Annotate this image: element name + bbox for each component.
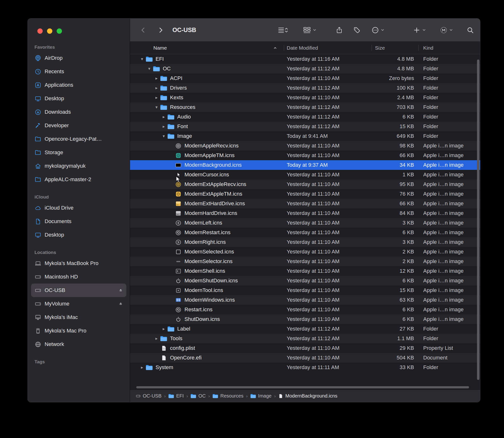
- pathbar-item-image[interactable]: Image: [250, 393, 272, 399]
- file-row[interactable]: ModernRight.icnsYesterday at 11:10 AM3 K…: [130, 237, 480, 247]
- file-date-modified: Yesterday at 11:10 AM: [284, 152, 372, 159]
- file-row[interactable]: ModernLeft.icnsYesterday at 11:10 AM3 KB…: [130, 218, 480, 228]
- file-row[interactable]: ModernWindows.icnsYesterday at 11:10 AM6…: [130, 295, 480, 305]
- minimize-button[interactable]: [47, 28, 52, 34]
- sidebar-item-airdrop[interactable]: AirDrop: [31, 51, 126, 65]
- share-button[interactable]: [336, 26, 343, 34]
- file-row[interactable]: ModernSelected.icnsYesterday at 11:10 AM…: [130, 247, 480, 257]
- pathbar-item-efi[interactable]: EFI: [168, 393, 184, 399]
- close-button[interactable]: [37, 28, 43, 34]
- new-item-button[interactable]: [413, 26, 420, 34]
- file-row[interactable]: config.plistYesterday at 11:10 AM29 KBPr…: [130, 343, 480, 353]
- pathbar-item-label: ModernBackground.icns: [285, 393, 337, 399]
- disclosure-closed-icon[interactable]: ▸: [160, 326, 167, 331]
- sidebar-item-oc-usb[interactable]: OC-USB: [31, 284, 126, 297]
- disclosure-closed-icon[interactable]: ▸: [153, 95, 160, 100]
- vertical-scrollbar-thumb[interactable]: [477, 59, 479, 380]
- sidebar-item-mykola-s-mac-pro[interactable]: Mykola’s Mac Pro: [31, 324, 126, 338]
- disclosure-open-icon[interactable]: ▾: [146, 66, 153, 71]
- horizontal-scrollbar-thumb[interactable]: [136, 386, 469, 388]
- file-row[interactable]: OpenCore.efiYesterday at 11:10 AM504 KBD…: [130, 353, 480, 362]
- sidebar-item-storage[interactable]: Storage: [31, 146, 126, 159]
- file-kind: Apple i…n image: [418, 307, 480, 313]
- file-row[interactable]: ModernTool.icnsYesterday at 11:10 AM15 K…: [130, 285, 480, 295]
- file-row[interactable]: ▸LabelYesterday at 11:12 AM27 KBFolder: [130, 324, 480, 334]
- file-row[interactable]: ▸AudioYesterday at 11:12 AM6 KBFolder: [130, 112, 480, 122]
- disclosure-closed-icon[interactable]: ▸: [153, 85, 160, 91]
- file-row[interactable]: ▸KextsYesterday at 11:10 AM2.4 MBFolder: [130, 93, 480, 102]
- file-row[interactable]: ModernAppleRecv.icnsYesterday at 11:10 A…: [130, 141, 480, 151]
- file-row[interactable]: ShutDown.icnsYesterday at 11:10 AM6 KBAp…: [130, 314, 480, 324]
- file-row[interactable]: ModernSelector.icnsYesterday at 11:10 AM…: [130, 257, 480, 266]
- pathbar-item-oc-usb[interactable]: OC-USB: [136, 393, 161, 399]
- hdrive-icon: [34, 287, 42, 294]
- sidebar-item-desktop[interactable]: Desktop: [31, 92, 126, 105]
- sidebar-item-recents[interactable]: Recents: [31, 65, 126, 78]
- file-row[interactable]: ▸FontYesterday at 11:12 AM15 KBFolder: [130, 122, 480, 131]
- file-row[interactable]: ▸ACPIYesterday at 11:10 AMZero bytesFold…: [130, 74, 480, 83]
- sidebar-item-desktop[interactable]: Desktop: [31, 228, 126, 242]
- pathbar-item-modernbackground-icns[interactable]: ModernBackground.icns: [278, 393, 337, 399]
- file-row[interactable]: ▸DriversYesterday at 11:12 AM100 KBFolde…: [130, 83, 480, 93]
- disclosure-open-icon[interactable]: ▾: [139, 56, 145, 62]
- sidebar-item-downloads[interactable]: Downloads: [31, 105, 126, 119]
- sidebar-item-documents[interactable]: Documents: [31, 215, 126, 228]
- file-row[interactable]: ModernBackground.icnsToday at 9:37 AM34 …: [130, 160, 480, 170]
- file-row[interactable]: ModernExtAppleTM.icnsYesterday at 11:10 …: [130, 189, 480, 199]
- sidebar-item-myvolume[interactable]: MyVolume: [31, 297, 126, 311]
- group-button[interactable]: [303, 26, 311, 34]
- column-header-kind[interactable]: Kind: [418, 42, 480, 54]
- file-row[interactable]: ModernRestart.icnsYesterday at 11:10 AM6…: [130, 228, 480, 237]
- disclosure-closed-icon[interactable]: ▸: [160, 124, 167, 129]
- pathbar-item-oc[interactable]: OC: [191, 393, 206, 399]
- file-row[interactable]: ▾ImageToday at 9:41 AM649 KBFolder: [130, 131, 480, 141]
- disclosure-open-icon[interactable]: ▾: [160, 133, 167, 139]
- eject-icon[interactable]: [118, 301, 123, 307]
- file-row[interactable]: ModernCursor.icnsYesterday at 11:10 AM1 …: [130, 170, 480, 179]
- search-button[interactable]: [467, 26, 474, 34]
- file-row[interactable]: ModernAppleTM.icnsYesterday at 11:10 AM6…: [130, 151, 480, 160]
- sidebar-item-icloud-drive[interactable]: iCloud Drive: [31, 201, 126, 215]
- sidebar-item-macintosh-hd[interactable]: Macintosh HD: [31, 270, 126, 284]
- column-header-date-modified[interactable]: Date Modified: [284, 42, 372, 54]
- file-size: 6 KB: [372, 278, 418, 284]
- file-row[interactable]: ModernExtHardDrive.icnsYesterday at 11:1…: [130, 199, 480, 208]
- disclosure-open-icon[interactable]: ▾: [153, 105, 160, 110]
- file-row[interactable]: ▸SystemYesterday at 11:11 AM33 KBFolder: [130, 362, 480, 372]
- column-header-name[interactable]: Name: [130, 42, 284, 54]
- sidebar-item-mykola-s-macbook-pro[interactable]: Mykola’s MacBook Pro: [31, 257, 126, 270]
- more-actions-button[interactable]: [372, 26, 379, 34]
- sidebar-item-developer[interactable]: Developer: [31, 119, 126, 132]
- file-row[interactable]: ModernShell.icnsYesterday at 11:10 AM12 …: [130, 266, 480, 276]
- file-row[interactable]: ModernHardDrive.icnsYesterday at 11:10 A…: [130, 208, 480, 218]
- file-row[interactable]: ModernExtAppleRecv.icnsYesterday at 11:1…: [130, 179, 480, 189]
- file-date-modified: Yesterday at 11:10 AM: [284, 355, 372, 361]
- sidebar-item-mykola-s-imac[interactable]: Mykola’s iMac: [31, 311, 126, 324]
- column-header-size[interactable]: Size: [372, 42, 418, 54]
- sidebar-item-network[interactable]: Network: [31, 338, 126, 351]
- pathbar-item-resources[interactable]: Resources: [212, 393, 243, 399]
- view-options-button[interactable]: [278, 26, 288, 34]
- eject-icon[interactable]: [118, 288, 123, 293]
- file-row[interactable]: ▸ToolsYesterday at 11:12 AM1.1 MBFolder: [130, 334, 480, 343]
- file-row[interactable]: ▾EFIYesterday at 11:16 AM4.8 MBFolder: [130, 54, 480, 64]
- file-row[interactable]: ▾ResourcesYesterday at 11:12 AM703 KBFol…: [130, 102, 480, 112]
- file-size: 12 KB: [372, 268, 418, 274]
- disclosure-closed-icon[interactable]: ▸: [139, 365, 145, 370]
- zoom-button[interactable]: [57, 28, 62, 34]
- user-menu-button[interactable]: [440, 26, 447, 34]
- disclosure-closed-icon[interactable]: ▸: [153, 76, 160, 81]
- back-button[interactable]: [140, 26, 147, 34]
- file-row[interactable]: ▾OCYesterday at 11:12 AM4.8 MBFolder: [130, 64, 480, 74]
- forward-button[interactable]: [157, 26, 164, 34]
- tags-button[interactable]: [353, 26, 361, 34]
- file-size: 34 KB: [372, 162, 418, 168]
- disclosure-closed-icon[interactable]: ▸: [160, 114, 167, 120]
- sidebar-item-applications[interactable]: Applications: [31, 78, 126, 92]
- disclosure-closed-icon[interactable]: ▸: [153, 336, 160, 341]
- sidebar-item-mykolagrymalyuk[interactable]: mykolagrymalyuk: [31, 159, 126, 173]
- sidebar-item-opencore-legacy-pat[interactable]: Opencore-Legacy-Pat…: [31, 132, 126, 146]
- file-row[interactable]: Restart.icnsYesterday at 11:10 AM6 KBApp…: [130, 305, 480, 314]
- file-row[interactable]: ModernShutDown.icnsYesterday at 11:10 AM…: [130, 276, 480, 285]
- sidebar-item-applealc-master-2[interactable]: AppleALC-master-2: [31, 173, 126, 186]
